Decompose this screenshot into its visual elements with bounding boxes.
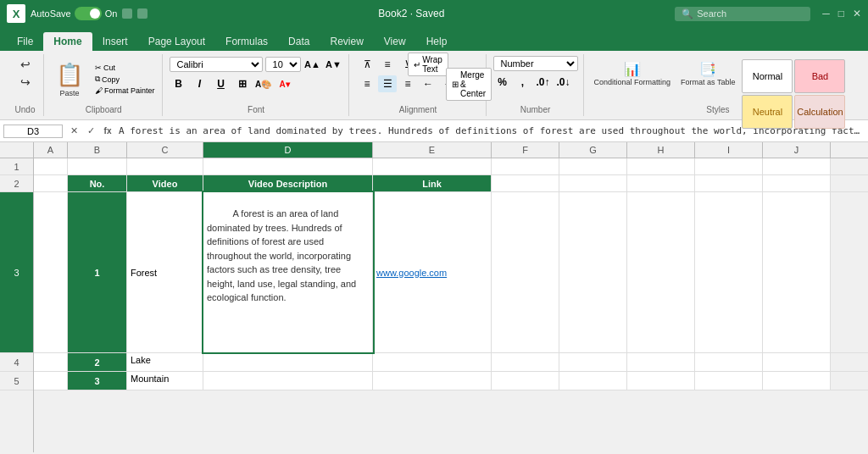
cell-c2[interactable]: Video xyxy=(127,175,203,191)
row-num-2[interactable]: 2 xyxy=(0,175,33,192)
cell-d5[interactable] xyxy=(203,372,373,390)
tab-formulas[interactable]: Formulas xyxy=(215,32,278,51)
cell-i1[interactable] xyxy=(695,158,763,174)
cell-g3[interactable] xyxy=(559,192,627,352)
comma-button[interactable]: , xyxy=(514,74,532,91)
cell-j1[interactable] xyxy=(763,158,831,174)
conditional-formatting-button[interactable]: 📊 Conditional Formatting xyxy=(591,59,675,88)
cell-e2[interactable]: Link xyxy=(373,175,492,191)
col-header-f[interactable]: F xyxy=(492,142,559,158)
wrap-text-button[interactable]: ↵ Wrap Text xyxy=(419,56,437,73)
cell-i4[interactable] xyxy=(695,353,763,371)
col-header-d[interactable]: D xyxy=(203,142,373,158)
col-header-h[interactable]: H xyxy=(627,142,695,158)
fill-color-button[interactable]: A🎨 xyxy=(254,75,273,92)
cell-j2[interactable] xyxy=(763,175,831,191)
format-as-table-button[interactable]: 📑 Format as Table xyxy=(677,59,738,88)
row-num-3[interactable]: 3 xyxy=(0,192,33,353)
cell-j4[interactable] xyxy=(763,353,831,371)
align-top-button[interactable]: ⊼ xyxy=(358,56,376,73)
close-btn[interactable]: ✕ xyxy=(853,8,861,19)
font-family-select[interactable]: Calibri xyxy=(170,57,263,72)
cell-f3[interactable] xyxy=(492,192,559,352)
redo-button[interactable]: ↪ xyxy=(14,74,37,91)
cell-f1[interactable] xyxy=(492,158,559,174)
name-box[interactable] xyxy=(3,125,63,138)
style-bad-box[interactable]: Bad xyxy=(794,59,845,93)
style-neutral-box[interactable]: Neutral xyxy=(742,95,793,129)
percent-button[interactable]: % xyxy=(493,74,512,91)
tab-home[interactable]: Home xyxy=(43,32,92,51)
row-num-4[interactable]: 4 xyxy=(0,353,33,372)
cell-f5[interactable] xyxy=(492,372,559,390)
cell-h1[interactable] xyxy=(627,158,695,174)
align-middle-button[interactable]: ≡ xyxy=(378,56,397,73)
cell-c5[interactable]: Mountain xyxy=(127,372,203,390)
cell-d1[interactable] xyxy=(203,158,373,174)
indent-decrease-button[interactable]: ← xyxy=(419,75,437,92)
cell-b3[interactable]: 1 xyxy=(68,192,127,352)
undo-button[interactable]: ↩ xyxy=(14,56,37,73)
increase-font-button[interactable]: A▲ xyxy=(303,56,322,73)
col-header-i[interactable]: I xyxy=(695,142,763,158)
cell-h5[interactable] xyxy=(627,372,695,390)
cell-c3[interactable]: Forest xyxy=(127,192,203,352)
cell-j3[interactable] xyxy=(763,192,831,352)
style-calculation-box[interactable]: Calculation xyxy=(794,95,845,129)
tab-help[interactable]: Help xyxy=(416,32,458,51)
minimize-btn[interactable]: ─ xyxy=(822,8,830,19)
tab-view[interactable]: View xyxy=(374,32,416,51)
cell-d4[interactable] xyxy=(203,353,373,371)
cell-d2[interactable]: Video Description xyxy=(203,175,373,191)
cell-i5[interactable] xyxy=(695,372,763,390)
cell-e1[interactable] xyxy=(373,158,492,174)
cell-b5[interactable]: 3 xyxy=(68,372,127,390)
cell-g4[interactable] xyxy=(559,353,627,371)
formula-cancel-button[interactable]: ✕ xyxy=(66,124,81,139)
font-color-button[interactable]: A▾ xyxy=(275,75,294,92)
cell-a5[interactable] xyxy=(34,372,68,390)
col-header-e[interactable]: E xyxy=(373,142,492,158)
font-size-select[interactable]: 10 xyxy=(265,57,301,72)
increase-decimal-button[interactable]: .0↑ xyxy=(534,74,553,91)
cell-h3[interactable] xyxy=(627,192,695,352)
maximize-btn[interactable]: □ xyxy=(838,8,844,19)
tab-file[interactable]: File xyxy=(7,32,43,51)
col-header-a[interactable]: A xyxy=(34,142,68,158)
align-left-button[interactable]: ≡ xyxy=(358,75,376,92)
cell-c4[interactable]: Lake xyxy=(127,353,203,371)
merge-center-button[interactable]: ⊞ Merge & Center xyxy=(459,75,478,92)
cell-f2[interactable] xyxy=(492,175,559,191)
tab-review[interactable]: Review xyxy=(320,32,373,51)
cell-e3[interactable]: www.google.com xyxy=(373,192,492,352)
cell-e4[interactable] xyxy=(373,353,492,371)
cell-b1[interactable] xyxy=(68,158,127,174)
cell-a3[interactable] xyxy=(34,192,68,352)
cell-a4[interactable] xyxy=(34,353,68,371)
decrease-decimal-button[interactable]: .0↓ xyxy=(554,74,573,91)
decrease-font-button[interactable]: A▼ xyxy=(325,56,343,73)
format-painter-button[interactable]: 🖌 Format Painter xyxy=(93,86,157,96)
border-button[interactable]: ⊞ xyxy=(233,75,252,92)
tab-data[interactable]: Data xyxy=(278,32,320,51)
col-header-b[interactable]: B xyxy=(68,142,127,158)
align-center-button[interactable]: ☰ xyxy=(378,75,397,92)
autosave-toggle[interactable] xyxy=(75,7,102,20)
copy-button[interactable]: ⧉ Copy xyxy=(93,74,157,85)
cut-button[interactable]: ✂ Cut xyxy=(93,63,157,73)
cell-a2[interactable] xyxy=(34,175,68,191)
cell-g5[interactable] xyxy=(559,372,627,390)
italic-button[interactable]: I xyxy=(191,75,209,92)
bold-button[interactable]: B xyxy=(170,75,188,92)
col-header-g[interactable]: G xyxy=(559,142,627,158)
align-right-button[interactable]: ≡ xyxy=(398,75,417,92)
number-format-select[interactable]: Number xyxy=(493,56,578,71)
cell-g1[interactable] xyxy=(559,158,627,174)
cell-f4[interactable] xyxy=(492,353,559,371)
tab-page-layout[interactable]: Page Layout xyxy=(138,32,215,51)
paste-button[interactable]: 📋 Paste xyxy=(51,60,88,99)
col-header-j[interactable]: J xyxy=(763,142,831,158)
row-num-1[interactable]: 1 xyxy=(0,158,33,175)
cell-h2[interactable] xyxy=(627,175,695,191)
cell-e5[interactable] xyxy=(373,372,492,390)
